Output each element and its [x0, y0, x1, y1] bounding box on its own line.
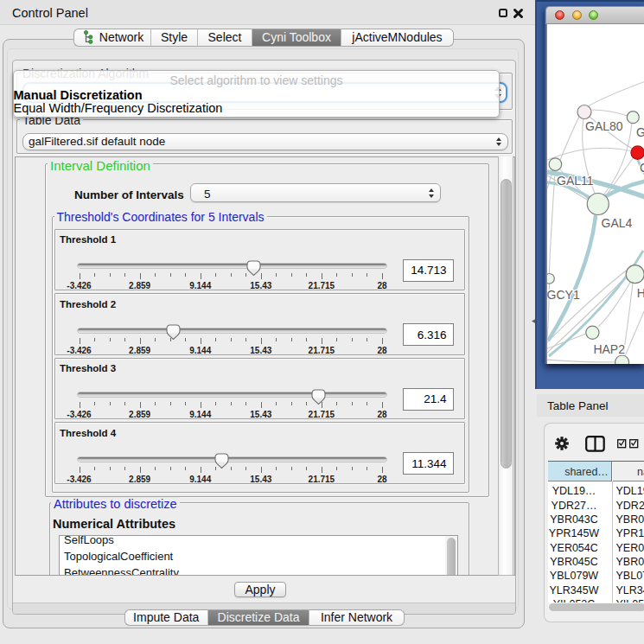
- svg-text:GCY1: GCY1: [547, 288, 580, 302]
- svg-text:GAL80: GAL80: [585, 119, 623, 133]
- svg-text:C: C: [640, 161, 644, 175]
- svg-text:HAP2: HAP2: [593, 342, 625, 356]
- svg-text:GA: GA: [636, 125, 644, 139]
- svg-text:H: H: [636, 286, 644, 300]
- svg-text:GAL4: GAL4: [601, 216, 632, 230]
- svg-text:GAL11: GAL11: [557, 174, 594, 188]
